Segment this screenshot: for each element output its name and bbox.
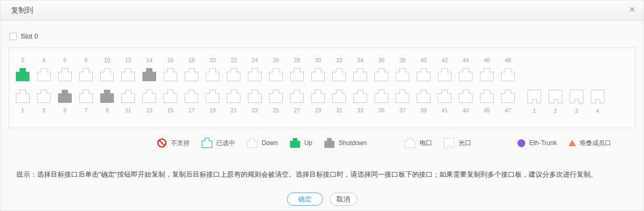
- cancel-button[interactable]: 取消: [330, 193, 357, 206]
- electrical-port-icon: [36, 89, 51, 103]
- port-electrical-39[interactable]: 39: [416, 89, 431, 114]
- port-number: 13: [146, 107, 152, 114]
- port-optical-3[interactable]: 3: [569, 89, 584, 114]
- port-electrical-45[interactable]: 45: [479, 89, 494, 114]
- port-number: 18: [188, 57, 195, 64]
- port-electrical-20[interactable]: 20: [205, 57, 220, 82]
- electrical-port-icon: [290, 68, 304, 82]
- port-electrical-36[interactable]: 36: [374, 57, 389, 82]
- port-electrical-40[interactable]: 40: [416, 57, 431, 82]
- legend: 不支持已选中DownUpShutdown电口光口Eth-Trunk堆叠成员口: [157, 135, 636, 151]
- port-electrical-41[interactable]: 41: [437, 89, 452, 114]
- port-electrical-35[interactable]: 35: [374, 89, 389, 114]
- port-electrical-31[interactable]: 31: [332, 89, 347, 114]
- port-electrical-16[interactable]: 16: [163, 57, 178, 82]
- electrical-port-icon: [395, 68, 410, 82]
- port-electrical-13[interactable]: 13: [142, 89, 157, 114]
- port-number: 19: [209, 107, 216, 114]
- port-electrical-7[interactable]: 7: [79, 89, 93, 114]
- port-electrical-25[interactable]: 25: [268, 89, 283, 114]
- port-electrical-22[interactable]: 22: [226, 57, 241, 82]
- port-electrical-19[interactable]: 19: [205, 89, 220, 114]
- port-number: 42: [441, 57, 448, 64]
- port-electrical-42[interactable]: 42: [437, 57, 452, 82]
- port-electrical-38[interactable]: 38: [395, 57, 410, 82]
- port-optical-2[interactable]: 2: [548, 89, 563, 114]
- port-electrical-46[interactable]: 46: [479, 57, 494, 82]
- port-number: 2: [21, 57, 24, 64]
- port-number: 33: [357, 107, 363, 114]
- electrical-port-icon: [353, 68, 368, 82]
- electrical-port-icon: [332, 68, 347, 82]
- port-electrical-33[interactable]: 33: [353, 89, 368, 114]
- port-electrical-11[interactable]: 11: [121, 89, 136, 114]
- electrical-port-icon: [226, 89, 241, 103]
- port-electrical-12[interactable]: 12: [121, 57, 136, 82]
- port-electrical-47[interactable]: 47: [501, 89, 515, 114]
- port-electrical-30[interactable]: 30: [311, 57, 325, 82]
- port-electrical-9[interactable]: 9: [100, 89, 114, 114]
- port-number: 20: [209, 57, 216, 64]
- port-number: 29: [315, 107, 321, 114]
- electrical-port-icon: [374, 89, 389, 103]
- port-number: 24: [252, 57, 258, 64]
- port-electrical-21[interactable]: 21: [226, 89, 241, 114]
- optical-port-icon: [527, 89, 542, 104]
- electrical-port-icon: [416, 68, 431, 82]
- port-number: 43: [463, 107, 469, 114]
- port-electrical-37[interactable]: 37: [395, 89, 410, 114]
- electrical-port-icon: [247, 68, 262, 82]
- port-number: 1: [533, 108, 536, 114]
- electrical-port-icon: [437, 89, 452, 103]
- slot-checkbox-row[interactable]: Slot 0: [9, 32, 38, 40]
- port-electrical-5[interactable]: 5: [57, 89, 72, 114]
- legend-label: Up: [304, 139, 312, 147]
- port-electrical-17[interactable]: 17: [184, 89, 199, 114]
- port-electrical-4[interactable]: 4: [36, 57, 51, 82]
- port-electrical-32[interactable]: 32: [332, 57, 347, 82]
- port-electrical-23[interactable]: 23: [247, 89, 262, 114]
- port-electrical-26[interactable]: 26: [268, 57, 283, 82]
- electrical-port-icon: [205, 68, 220, 82]
- port-number: 6: [63, 57, 66, 64]
- electrical-port-icon: [184, 89, 199, 103]
- port-electrical-18[interactable]: 18: [184, 57, 199, 82]
- port-optical-1[interactable]: 1: [527, 89, 542, 114]
- port-electrical-43[interactable]: 43: [458, 89, 473, 114]
- legend-item-stack-member-triangle: 堆叠成员口: [569, 139, 611, 148]
- port-number: 16: [167, 57, 174, 64]
- port-electrical-6[interactable]: 6: [57, 57, 72, 82]
- port-electrical-14[interactable]: 14: [142, 57, 157, 82]
- electrical-port-icon: [458, 89, 473, 103]
- port-optical-4[interactable]: 4: [590, 89, 605, 114]
- port-number: 8: [84, 57, 88, 64]
- port-electrical-44[interactable]: 44: [458, 57, 473, 82]
- port-electrical-29[interactable]: 29: [311, 89, 325, 114]
- port-electrical-10[interactable]: 10: [100, 57, 114, 82]
- port-electrical-1[interactable]: 1: [15, 89, 30, 114]
- electrical-port-icon: [205, 89, 220, 103]
- slot-checkbox[interactable]: [9, 33, 17, 40]
- port-electrical-27[interactable]: 27: [290, 89, 304, 114]
- port-electrical-2[interactable]: 2: [15, 57, 30, 82]
- close-icon[interactable]: ×: [629, 4, 635, 14]
- port-electrical-3[interactable]: 3: [36, 89, 51, 114]
- port-electrical-48[interactable]: 48: [501, 57, 515, 82]
- port-number: 34: [357, 57, 363, 64]
- port-electrical-15[interactable]: 15: [163, 89, 178, 114]
- port-number: 45: [484, 107, 490, 114]
- port-electrical-28[interactable]: 28: [290, 57, 304, 82]
- port-electrical-8[interactable]: 8: [79, 57, 93, 82]
- port-electrical-34[interactable]: 34: [353, 57, 368, 82]
- electrical-port-icon: [36, 68, 51, 82]
- port-number: 40: [420, 57, 427, 64]
- dialog-body: Slot 0 246810121416182022242628303234363…: [1, 21, 643, 211]
- electrical-port-icon: [79, 68, 93, 82]
- ok-button[interactable]: 确定: [287, 193, 323, 206]
- copy-to-dialog: 复制到 × Slot 0 246810121416182022242628303…: [0, 0, 644, 211]
- electrical-port-icon: [57, 89, 72, 103]
- electrical-port-icon: [226, 68, 241, 82]
- port-number: 21: [230, 107, 237, 114]
- port-electrical-24[interactable]: 24: [247, 57, 262, 82]
- legend-label: 电口: [419, 139, 432, 148]
